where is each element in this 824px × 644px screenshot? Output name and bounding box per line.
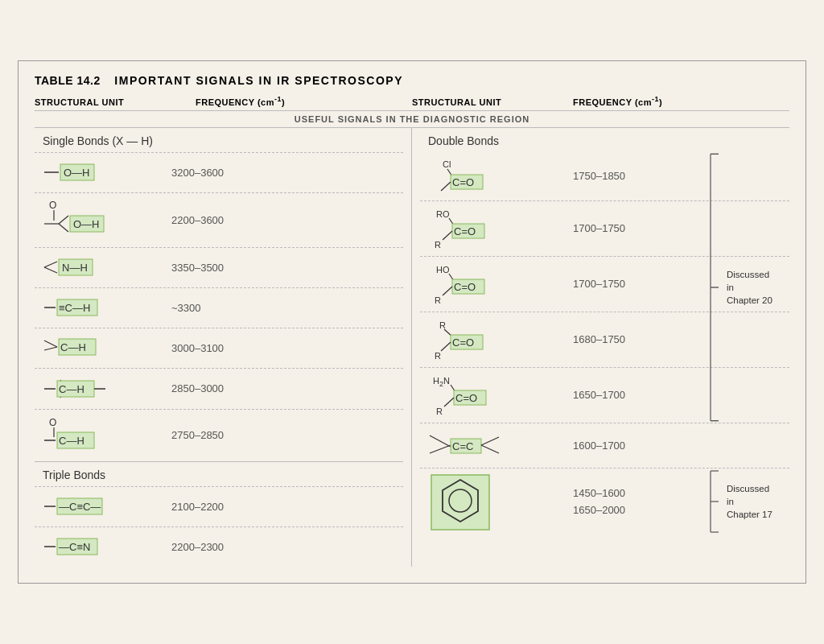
cn-triple-freq: 2200–2300 — [171, 541, 403, 553]
alkene-ch-molecule: C—H — [43, 334, 123, 361]
aldehyde-ch-molecule: O C—H — [43, 415, 123, 456]
cc-triple-freq: 2100–2200 — [171, 501, 403, 513]
left-struct-header: STRUCTURAL UNIT — [35, 97, 196, 107]
svg-text:≡C—H: ≡C—H — [59, 302, 90, 314]
svg-line-65 — [444, 398, 454, 407]
alkyl-ch-molecule: C—H — [43, 374, 131, 404]
table-number: TABLE 14.2 — [35, 74, 101, 87]
left-freq-header: FREQUENCY (cm-1) — [196, 95, 412, 107]
aldehyde-ch-struct: O C—H — [43, 415, 171, 456]
svg-line-18 — [44, 347, 57, 350]
acid-molecule: HO C=O R — [428, 262, 509, 307]
svg-line-59 — [441, 342, 451, 351]
svg-line-72 — [430, 445, 451, 453]
cn-triple-row: —C≡N 2200–2300 — [35, 526, 403, 567]
right-headers: STRUCTURAL UNIT FREQUENCY (cm-1) — [412, 95, 789, 107]
ketone-struct: R C=O R — [428, 317, 573, 362]
right-struct-header: STRUCTURAL UNIT — [412, 97, 573, 107]
svg-line-42 — [441, 182, 451, 191]
table-label: IMPORTANT SIGNALS IN IR SPECTROSCOPY — [114, 74, 403, 87]
alkene-ch-freq: 3000–3100 — [171, 342, 403, 354]
svg-text:C=C: C=C — [452, 440, 473, 452]
svg-text:C—H: C—H — [60, 341, 86, 353]
oh-molecule: O—H — [43, 161, 123, 184]
svg-text:O: O — [49, 200, 56, 211]
table-title: TABLE 14.2 IMPORTANT SIGNALS IN IR SPECT… — [35, 74, 789, 87]
chapter20-bracket: Discussed in Chapter 20 — [707, 152, 804, 423]
svg-text:H2N: H2N — [433, 376, 450, 388]
svg-text:O: O — [49, 417, 56, 428]
right-freq-header: FREQUENCY (cm-1) — [573, 95, 789, 107]
benzene-group: 1450–16001650–2000 Discussed in Chapter … — [420, 468, 789, 536]
single-bonds-title: Single Bonds (X — H) — [35, 128, 403, 152]
svg-text:C=O: C=O — [455, 392, 477, 404]
svg-line-6 — [59, 216, 68, 224]
acid-oh-freq: 2200–3600 — [171, 214, 403, 226]
alkyne-ch-freq: ~3300 — [171, 302, 403, 314]
acid-struct: HO C=O R — [428, 262, 573, 307]
chapter20-text: Discussed in Chapter 20 — [727, 268, 772, 307]
acyl-cl-molecule: Cl C=O — [428, 157, 501, 196]
svg-text:C—H: C—H — [59, 383, 84, 395]
svg-text:N—H: N—H — [62, 262, 88, 274]
svg-line-11 — [44, 267, 57, 273]
aldehyde-ch-freq: 2750–2850 — [171, 429, 403, 441]
alkyl-ch-row: C—H 2850–3000 — [35, 368, 403, 409]
left-headers: STRUCTURAL UNIT FREQUENCY (cm-1) — [35, 95, 412, 107]
nh-row: N—H 3350–3500 — [35, 247, 403, 287]
chapter20-bracket-svg — [707, 152, 723, 423]
chapter17-text: Discussed in Chapter 17 — [727, 482, 772, 521]
svg-text:C=O: C=O — [452, 176, 474, 188]
cc-triple-molecule: —C≡C— — [43, 495, 131, 518]
svg-text:C=O: C=O — [454, 225, 476, 237]
diagnostic-label: USEFUL SIGNALS IN THE DIAGNOSTIC REGION — [35, 111, 789, 128]
left-section: Single Bonds (X — H) O—H 3200–3600 — [35, 128, 412, 567]
svg-line-53 — [443, 287, 452, 295]
cc-double-molecule: C=C — [428, 431, 501, 460]
alkyne-ch-struct: ≡C—H — [43, 296, 171, 319]
right-section: Double Bonds Cl C=O 1750–1850 — [412, 128, 789, 567]
alkene-ch-row: C—H 3000–3100 — [35, 328, 403, 368]
acyl-cl-struct: Cl C=O — [428, 157, 573, 196]
svg-text:R: R — [436, 407, 443, 416]
oh-freq: 3200–3600 — [171, 167, 403, 179]
ketone-molecule: R C=O R — [428, 317, 509, 362]
cc-double-struct: C=C — [428, 431, 573, 460]
cc-double-row: C=C 1600–1700 — [420, 423, 789, 468]
svg-line-7 — [59, 224, 68, 232]
svg-line-10 — [44, 262, 57, 267]
acid-oh-molecule: O O—H — [43, 198, 123, 242]
nh-freq: 3350–3500 — [171, 262, 403, 274]
svg-text:Cl: Cl — [443, 159, 451, 169]
chapter17-bracket-svg — [707, 469, 723, 534]
svg-text:HO: HO — [436, 265, 450, 275]
cn-triple-struct: —C≡N — [43, 535, 171, 558]
aldehyde-ch-row: O C—H 2750–2850 — [35, 409, 403, 461]
oh-struct: O—H — [43, 161, 171, 184]
chapter20-group: Cl C=O 1750–1850 RO — [420, 152, 789, 423]
svg-text:R: R — [439, 320, 446, 330]
acid-oh-row: O O—H 2200–3600 — [35, 192, 403, 247]
amide-struct: H2N C=O R — [428, 373, 573, 418]
chapter17-bracket: Discussed in Chapter 17 — [707, 468, 804, 536]
alkyne-ch-molecule: ≡C—H — [43, 296, 131, 319]
benzene-struct — [428, 473, 573, 531]
cc-double-freq: 1600–1700 — [573, 440, 789, 452]
svg-text:O—H: O—H — [73, 218, 100, 230]
svg-text:—C≡N: —C≡N — [59, 541, 90, 553]
svg-text:—C≡C—: —C≡C— — [59, 501, 101, 513]
double-bonds-title: Double Bonds — [420, 128, 789, 152]
nh-struct: N—H — [43, 255, 171, 279]
main-content: Single Bonds (X — H) O—H 3200–3600 — [35, 128, 789, 567]
svg-text:C=O: C=O — [454, 281, 476, 293]
triple-bonds-title: Triple Bonds — [35, 461, 403, 486]
oh-row: O—H 3200–3600 — [35, 152, 403, 192]
alkene-ch-struct: C—H — [43, 334, 171, 361]
svg-text:R: R — [435, 295, 441, 305]
svg-text:R: R — [435, 240, 441, 250]
ir-table: TABLE 14.2 IMPORTANT SIGNALS IN IR SPECT… — [18, 60, 806, 584]
alkyl-ch-struct: C—H — [43, 374, 171, 404]
nh-molecule: N—H — [43, 255, 123, 279]
alkyl-ch-freq: 2850–3000 — [171, 382, 403, 394]
ester-struct: RO C=O R — [428, 206, 573, 251]
